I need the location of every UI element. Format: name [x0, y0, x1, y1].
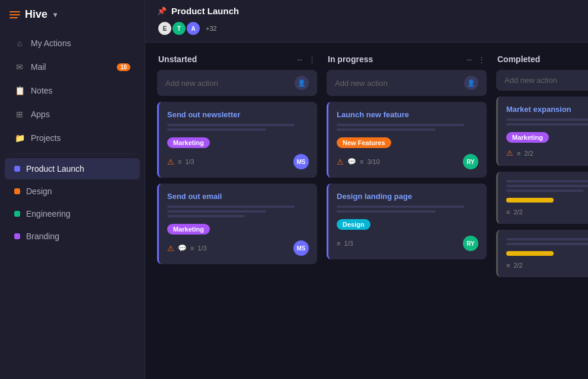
card-count: 1/3	[197, 245, 206, 252]
list-icon: ≡	[337, 240, 340, 247]
more-icon[interactable]: ⋮	[478, 55, 485, 64]
project-dot	[14, 166, 20, 172]
card-title: Send out email	[167, 192, 309, 201]
sidebar-item-label: My Actions	[31, 38, 71, 48]
add-action-label: Add new action	[165, 79, 218, 88]
sidebar-item-label: Mail	[31, 62, 46, 72]
expand-icon[interactable]: ↔	[465, 55, 473, 64]
sidebar-item-my-actions[interactable]: ⌂ My Actions	[5, 32, 140, 54]
page-title: Product Launch	[171, 6, 239, 16]
comment-icon: 💬	[178, 244, 187, 252]
sidebar-item-branding[interactable]: Branding	[5, 226, 140, 247]
card-line	[337, 210, 436, 213]
card-lines	[337, 205, 478, 213]
avatar-extra-count: +32	[206, 25, 217, 32]
list-icon: ≡	[517, 150, 520, 157]
column-unstarted: Unstarted ↔ ⋮ Add new action 👤 Send out …	[157, 54, 317, 264]
yellow-bar	[506, 198, 554, 203]
card-line	[337, 124, 464, 126]
list-icon: ≡	[506, 262, 510, 269]
user-icon: 👤	[464, 76, 478, 90]
sidebar-item-mail[interactable]: ✉ Mail 10	[5, 56, 140, 78]
add-action-button[interactable]: Add new action 👤	[327, 70, 487, 96]
card-line	[506, 190, 584, 192]
card-avatar: MS	[293, 154, 309, 169]
card-line	[506, 118, 588, 121]
sidebar-item-notes[interactable]: 📋 Notes	[5, 79, 140, 102]
sidebar-item-design[interactable]: Design	[5, 181, 140, 202]
card-title: Send out newsletter	[167, 110, 309, 119]
add-action-button[interactable]: Add new action 👤	[157, 70, 317, 96]
sidebar-item-label: Notes	[31, 86, 53, 95]
card-line	[506, 123, 588, 126]
card-tag: Design	[337, 219, 370, 230]
sidebar-item-engineering[interactable]: Engineering	[5, 203, 140, 224]
project-label: Branding	[26, 232, 59, 241]
card-completed-2[interactable]: ≡ 2/2	[496, 172, 588, 224]
app-logo[interactable]: Hive ▾	[9, 8, 57, 21]
card-completed-3[interactable]: ≡ 2/2	[496, 230, 588, 277]
card-send-newsletter[interactable]: Send out newsletter Marketing ⚠ ≡ 1/3 MS	[157, 102, 317, 178]
column-header-in-progress: In progress ↔ ⋮	[327, 54, 487, 64]
avatar-t: T	[171, 21, 187, 36]
card-footer: ⚠ 💬 ≡ 3/10 RY	[337, 154, 478, 169]
comment-icon: 💬	[347, 158, 356, 166]
folder-icon: 📁	[14, 133, 25, 143]
card-footer: ⚠ 💬 ≡ 1/3 MS	[167, 240, 309, 256]
card-line	[337, 205, 464, 208]
mail-icon: ✉	[14, 62, 25, 72]
add-action-label: Add new action	[335, 79, 388, 88]
card-count: 2/2	[513, 208, 522, 216]
sidebar: Hive ▾ ⌂ My Actions ✉ Mail 10 📋 Notes ⊞ …	[0, 0, 145, 379]
card-avatar: RY	[463, 236, 478, 251]
hamburger-icon	[9, 11, 20, 18]
sidebar-item-label: Projects	[31, 133, 61, 143]
add-action-button[interactable]: Add new action	[496, 70, 588, 91]
card-line	[167, 205, 295, 208]
column-actions: ↔ ⋮	[465, 55, 485, 64]
card-count: 2/2	[513, 262, 522, 269]
card-launch-feature[interactable]: Launch new feature New Features ⚠ 💬 ≡ 3/…	[327, 102, 487, 178]
card-tag: New Features	[337, 137, 391, 148]
add-action-label: Add new action	[504, 76, 557, 85]
sidebar-item-projects[interactable]: 📁 Projects	[5, 127, 140, 149]
card-line	[506, 238, 588, 240]
warning-icon: ⚠	[167, 244, 174, 253]
card-line	[167, 129, 266, 131]
project-label: Product Launch	[26, 164, 84, 174]
card-count: 3/10	[367, 158, 379, 165]
sidebar-nav: ⌂ My Actions ✉ Mail 10 📋 Notes ⊞ Apps 📁 …	[0, 29, 145, 379]
yellow-bar	[506, 251, 554, 256]
sidebar-item-label: Apps	[31, 110, 50, 119]
board: Unstarted ↔ ⋮ Add new action 👤 Send out …	[145, 43, 588, 379]
project-dot	[14, 188, 20, 194]
card-title: Launch new feature	[337, 110, 478, 119]
column-actions: ↔ ⋮	[296, 55, 316, 64]
sidebar-item-product-launch[interactable]: Product Launch	[5, 158, 140, 179]
more-icon[interactable]: ⋮	[308, 55, 316, 64]
card-line	[337, 129, 436, 131]
card-design-landing[interactable]: Design landing page Design ≡ 1/3 RY	[327, 184, 487, 259]
card-line	[506, 243, 588, 245]
expand-icon[interactable]: ↔	[296, 55, 303, 64]
card-line	[167, 215, 245, 217]
column-in-progress: In progress ↔ ⋮ Add new action 👤 Launch …	[327, 54, 487, 259]
column-title: Unstarted	[158, 54, 197, 64]
main-content: 📌 Product Launch E T A +32 Unstarted ↔ ⋮…	[145, 0, 588, 379]
avatar-e: E	[157, 21, 172, 36]
sidebar-item-apps[interactable]: ⊞ Apps	[5, 103, 140, 126]
card-title: Market expansion	[506, 105, 588, 114]
card-lines	[506, 180, 588, 192]
card-tag: Marketing	[167, 137, 210, 148]
warning-icon: ⚠	[506, 149, 513, 158]
card-send-email[interactable]: Send out email Marketing ⚠ 💬 ≡ 1/3 MS	[157, 184, 317, 264]
card-lines	[167, 124, 309, 131]
card-market-expansion[interactable]: Market expansion Marketing ⚠ ≡ 2/2	[496, 97, 588, 166]
warning-icon: ⚠	[337, 158, 344, 166]
list-icon: ≡	[190, 245, 194, 252]
card-avatar: MS	[293, 240, 309, 256]
card-footer: ⚠ ≡ 2/2	[506, 149, 588, 158]
app-name: Hive	[25, 8, 47, 21]
chevron-down-icon: ▾	[53, 11, 57, 19]
card-line	[506, 185, 588, 187]
